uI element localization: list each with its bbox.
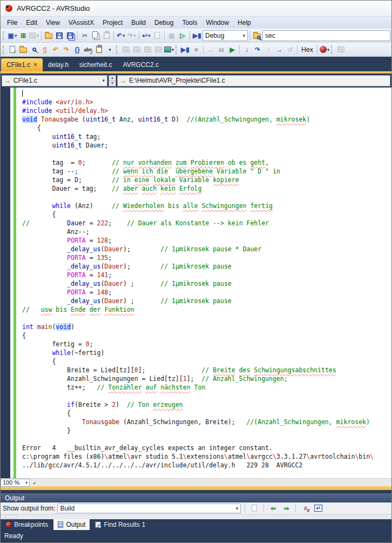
menu-view[interactable]: View	[42, 17, 64, 29]
clear-all-button[interactable]: ≡✗	[300, 504, 310, 513]
io-view-button[interactable]	[131, 44, 142, 55]
menu-debug[interactable]: Debug	[150, 17, 178, 29]
toolbar-grip[interactable]	[116, 45, 119, 54]
find-in-files-button[interactable]	[252, 30, 262, 41]
output-panel-header[interactable]: Output	[1, 493, 391, 502]
va-spell-check-button[interactable]: abc✓	[83, 44, 93, 55]
toggle-word-wrap-button[interactable]: ↵	[313, 504, 323, 513]
menu-vassistx[interactable]: VAssistX	[64, 17, 98, 29]
menu-tools[interactable]: Tools	[178, 17, 201, 29]
goto-previous-message-button[interactable]: ⇐	[268, 504, 279, 513]
toolbar-overflow-button[interactable]: ▾	[104, 44, 115, 55]
stop-debug-button[interactable]: ■	[191, 44, 201, 55]
output-toolbar: Show output from: Build ▾ ⇐ ⇒ ≡✗ ↵	[1, 502, 391, 514]
properties-window-button[interactable]: ▦	[166, 30, 177, 41]
scope-combobox[interactable]: → CFile1.c ▾	[2, 75, 107, 86]
tab-avrgcc2[interactable]: AVRGCC2.c	[118, 58, 164, 71]
menu-file[interactable]: File	[3, 17, 22, 29]
run-to-cursor-button[interactable]: →	[274, 44, 285, 55]
group-bottom-accent	[1, 486, 391, 490]
step-out-button[interactable]: ↑	[263, 44, 274, 55]
tab-output[interactable]: Output	[53, 519, 90, 530]
reset-button[interactable]: ↺	[285, 44, 295, 55]
va-find-references-button[interactable]: ▪	[29, 44, 39, 55]
step-into-button[interactable]: ↓	[241, 44, 252, 55]
tab-delay-h[interactable]: delay.h	[43, 58, 74, 71]
va-find-symbol-button[interactable]: ▯	[39, 44, 50, 55]
run-button[interactable]: ▶	[227, 44, 238, 55]
va-paste-history-button[interactable]	[93, 44, 104, 55]
device-programming-button[interactable]: ▾	[164, 44, 174, 55]
editor-navigation-bar: → CFile1.c ▾ ▴ ▾ → E:\Helmut\AVR_Projekt…	[1, 73, 391, 88]
menu-window[interactable]: Window	[201, 17, 233, 29]
goto-next-message-button[interactable]: ⇒	[281, 504, 292, 513]
new-project-button[interactable]: ▣▾	[7, 30, 18, 41]
scope-spinner[interactable]: ▴ ▾	[109, 75, 116, 86]
save-all-button[interactable]	[65, 30, 76, 41]
chevron-down-icon: ▾	[25, 480, 28, 485]
hex-toggle-button[interactable]: Hex	[299, 44, 315, 55]
add-existing-item-button[interactable]: ▾	[29, 30, 39, 41]
step-over-button[interactable]: ↷	[252, 44, 263, 55]
solution-config-combobox[interactable]: Debug ▾	[202, 30, 248, 41]
toolbar-grip[interactable]	[331, 45, 334, 54]
document-tab-well: CFile1.c × delay.h sicherheit.c AVRGCC2.…	[1, 57, 391, 71]
toolbar-grip[interactable]	[3, 31, 5, 40]
breakpoint-icon	[6, 522, 11, 527]
tab-sicherheit[interactable]: sicherheit.c	[74, 58, 118, 71]
keyboard-shortcuts-button[interactable]	[335, 44, 346, 55]
toolbar-grip[interactable]	[175, 45, 178, 54]
navigate-backward-button[interactable]: ↩▾	[141, 30, 152, 41]
code-editor: #include <avr/io.h>#include <util/delay.…	[1, 88, 391, 478]
toolbar-grip[interactable]	[3, 45, 5, 54]
tab-find-results[interactable]: Find Results 1	[91, 519, 150, 530]
va-open-file-in-solution-button[interactable]	[18, 44, 29, 55]
avrstudio-window: AVRGCC2 - AVRStudio File Edit View VAssi…	[0, 0, 392, 543]
processor-view-button[interactable]	[120, 44, 131, 55]
menu-project[interactable]: Project	[98, 17, 127, 29]
cut-button[interactable]: ✂	[79, 30, 90, 41]
hscroll-left-arrow[interactable]: ◂	[30, 480, 38, 486]
start-debug-break-button[interactable]: ▶▮	[192, 30, 202, 41]
hscrollbar[interactable]	[38, 479, 391, 486]
open-file-button[interactable]	[43, 30, 54, 41]
redo-button[interactable]: ↷▾	[126, 30, 137, 41]
add-new-item-button[interactable]: ⊞	[18, 30, 29, 41]
break-all-button[interactable]: ▮▮	[216, 44, 227, 55]
scrollbar-thumb[interactable]	[5, 515, 17, 518]
close-icon[interactable]: ×	[33, 61, 37, 69]
search-input[interactable]: sec	[262, 30, 390, 41]
va-open-corresponding-file-button[interactable]: ✓	[7, 44, 18, 55]
goto-arrow-icon: →	[120, 77, 126, 84]
va-go-forward-button[interactable]: ↷	[61, 44, 72, 55]
zoom-combobox[interactable]: 100 % ▾	[1, 479, 30, 487]
run-without-debug-button[interactable]: ▷	[177, 30, 188, 41]
save-button[interactable]	[54, 30, 65, 41]
disassembly-view-button[interactable]	[153, 44, 164, 55]
memory-view-button[interactable]	[142, 44, 153, 55]
solution-config-value: Debug	[205, 32, 240, 39]
paste-button[interactable]	[101, 30, 112, 41]
stop-target-button[interactable]: ▾	[319, 44, 330, 55]
find-message-button[interactable]	[249, 504, 260, 513]
output-source-combobox[interactable]: Build ▾	[57, 504, 241, 513]
copy-button[interactable]	[90, 30, 101, 41]
output-content-scrollbar[interactable]	[1, 514, 391, 519]
status-bar: Ready	[1, 530, 391, 543]
va-go-back-button[interactable]: ↶	[50, 44, 61, 55]
menu-edit[interactable]: Edit	[22, 17, 42, 29]
menu-help[interactable]: Help	[233, 17, 255, 29]
comment-button[interactable]	[152, 30, 163, 41]
va-insert-snippet-button[interactable]: {}	[72, 44, 83, 55]
menu-build[interactable]: Build	[127, 17, 150, 29]
tab-cfile1[interactable]: CFile1.c ×	[1, 58, 43, 71]
run-to-breakpoint-button[interactable]: →	[205, 44, 216, 55]
visual-assist-debug-toolbar: ✓ ▪ ▯ ↶ ↷ {} abc✓ ▾ ▾ ▶▮ ■ → ▮▮ ▶ ↓ ↷ ↑ …	[1, 43, 391, 57]
file-path-box[interactable]: → E:\Helmut\AVR_Projekte\CFile1.c	[117, 75, 390, 86]
code-lines[interactable]: #include <avr/io.h>#include <util/delay.…	[16, 88, 391, 478]
find-results-icon	[95, 521, 101, 528]
continue-debug-button[interactable]: ▶▮	[180, 44, 191, 55]
undo-button[interactable]: ↶▾	[116, 30, 126, 41]
tab-breakpoints[interactable]: Breakpoints	[2, 519, 52, 530]
editor-bottom-bar: 100 % ▾ ◂	[1, 478, 391, 486]
